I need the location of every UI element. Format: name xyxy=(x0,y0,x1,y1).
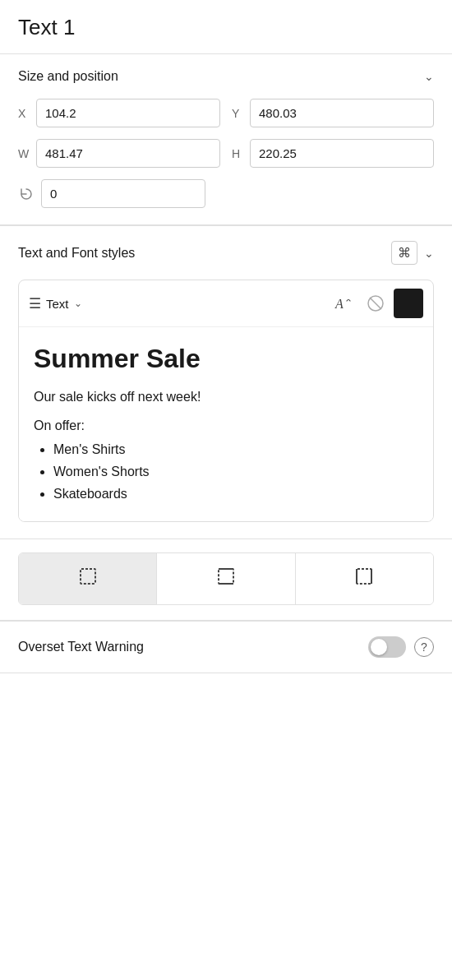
text-body: Our sale kicks off next week! xyxy=(34,387,418,407)
svg-line-2 xyxy=(370,298,381,309)
svg-rect-4 xyxy=(219,569,233,584)
x-input[interactable] xyxy=(36,99,220,127)
font-style-icon[interactable]: A xyxy=(328,289,357,318)
frame-type-section xyxy=(0,539,452,620)
x-field-row: X xyxy=(18,99,220,127)
cmd-icon[interactable]: ⌘ xyxy=(391,241,417,265)
color-swatch[interactable] xyxy=(394,289,423,318)
frame-auto-width-button[interactable] xyxy=(296,553,433,604)
w-field-row: W xyxy=(18,139,220,168)
h-label: H xyxy=(232,147,243,160)
text-style-toolbar: ☰ Text ⌄ A xyxy=(19,280,433,327)
text-headline: Summer Sale xyxy=(34,344,418,374)
overset-label: Overset Text Warning xyxy=(18,640,144,654)
size-position-section: Size and position ⌄ X Y W H xyxy=(0,54,452,224)
text-list: Men's Shirts Women's Shorts Skateboards xyxy=(34,438,418,506)
text-content-area: Summer Sale Our sale kicks off next week… xyxy=(19,327,433,521)
page-title: Text 1 xyxy=(18,15,434,40)
text-style-label: Text xyxy=(46,297,69,311)
h-input[interactable] xyxy=(250,139,434,168)
list-item: Women's Shorts xyxy=(53,460,418,483)
frame-fixed-icon xyxy=(76,565,99,593)
y-field-row: Y xyxy=(232,99,434,127)
xy-fields: X Y W H xyxy=(18,99,434,168)
y-input[interactable] xyxy=(250,99,434,127)
help-icon[interactable]: ? xyxy=(414,637,434,657)
x-label: X xyxy=(18,107,30,120)
frame-fixed-button[interactable] xyxy=(19,553,157,604)
svg-rect-3 xyxy=(81,569,95,584)
frame-auto-width-icon xyxy=(353,565,376,593)
rotation-icon xyxy=(18,186,35,202)
rotation-input[interactable] xyxy=(41,179,205,208)
list-item: Men's Shirts xyxy=(53,438,418,460)
text-style-dropdown[interactable]: Text ⌄ xyxy=(46,297,82,311)
h-field-row: H xyxy=(232,139,434,168)
overset-section: Overset Text Warning ? xyxy=(0,621,452,673)
w-input[interactable] xyxy=(36,139,220,168)
toolbar-left: ☰ Text ⌄ xyxy=(29,295,323,312)
frame-auto-height-icon xyxy=(214,565,238,593)
no-style-icon[interactable] xyxy=(361,289,390,318)
text-font-header: Text and Font styles ⌘ ⌄ xyxy=(18,241,434,265)
overset-toggle[interactable] xyxy=(368,636,406,658)
text-style-card: ☰ Text ⌄ A xyxy=(18,280,434,522)
frame-type-buttons xyxy=(18,552,434,605)
w-label: W xyxy=(18,147,30,160)
rotation-row xyxy=(18,179,434,208)
svg-rect-7 xyxy=(357,569,371,584)
y-label: Y xyxy=(232,107,243,120)
text-list-intro: On offer: xyxy=(34,418,418,433)
text-font-title: Text and Font styles xyxy=(18,246,135,261)
header-section: Text 1 xyxy=(0,0,452,53)
font-section-controls: ⌘ ⌄ xyxy=(391,241,434,265)
divider-4 xyxy=(0,673,452,673)
frame-auto-height-button[interactable] xyxy=(157,553,295,604)
overset-controls: ? xyxy=(368,636,434,658)
list-item: Skateboards xyxy=(53,483,418,505)
size-position-title: Size and position xyxy=(18,69,118,84)
text-font-chevron-icon[interactable]: ⌄ xyxy=(424,247,434,260)
size-position-header: Size and position ⌄ xyxy=(18,69,434,84)
text-font-section: Text and Font styles ⌘ ⌄ ☰ Text ⌄ A xyxy=(0,225,452,539)
text-align-icon[interactable]: ☰ xyxy=(29,295,41,312)
style-dropdown-chevron-icon: ⌄ xyxy=(74,298,82,309)
toolbar-right-icons: A xyxy=(328,289,423,318)
svg-text:A: A xyxy=(334,297,344,311)
size-position-chevron-icon[interactable]: ⌄ xyxy=(424,70,434,83)
